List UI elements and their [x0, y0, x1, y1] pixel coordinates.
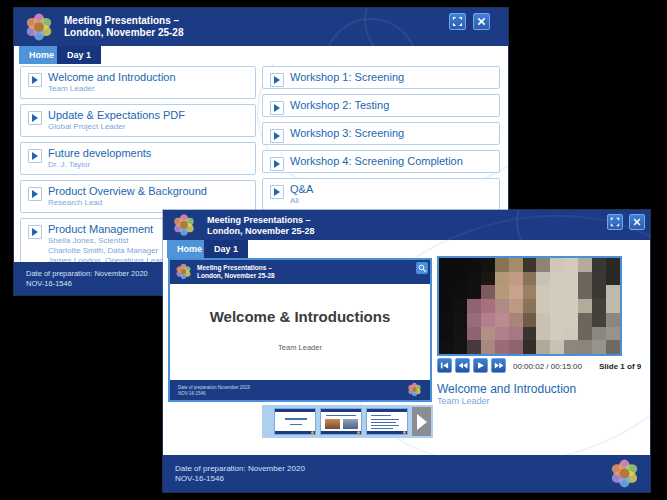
- slide-thumbnail-2[interactable]: [320, 408, 362, 435]
- video-pixel: [536, 258, 550, 272]
- thumbnail-strip: [262, 405, 433, 438]
- video-pixel: [578, 285, 592, 299]
- video-pixel: [550, 313, 564, 327]
- close-button[interactable]: [473, 13, 490, 30]
- video-pixel: [550, 327, 564, 341]
- tab-day1[interactable]: Day 1: [57, 46, 101, 64]
- video-pixel: [439, 327, 453, 341]
- current-item-subtitle: Team Leader: [437, 396, 576, 407]
- video-pixel: [523, 285, 537, 299]
- video-pixel: [481, 285, 495, 299]
- video-pixel: [509, 272, 523, 286]
- video-pixel: [564, 272, 578, 286]
- fullscreen-button[interactable]: [607, 214, 623, 230]
- video-pixel: [481, 299, 495, 313]
- play-icon: [270, 73, 284, 87]
- list-item[interactable]: Future developmentsDr. J. Taylor: [20, 142, 256, 175]
- next-thumbnails-button[interactable]: [412, 407, 431, 436]
- video-pixel: [467, 285, 481, 299]
- list-item[interactable]: Update & Expectations PDFGlobal Project …: [20, 104, 256, 137]
- video-pixel: [509, 299, 523, 313]
- list-item-subtitle: Research Lead: [48, 198, 251, 208]
- list-item-subtitle: Global Project Leader: [48, 122, 251, 132]
- desktop: Meeting Presentations – London, November…: [0, 0, 667, 500]
- video-pixel: [536, 340, 550, 354]
- video-pixel: [453, 299, 467, 313]
- list-item-title: Welcome and Introduction: [48, 71, 251, 84]
- slide-thumbnail-3[interactable]: [366, 408, 408, 435]
- list-item[interactable]: Workshop 4: Screening Completion: [262, 150, 500, 173]
- app-logo: [175, 263, 192, 280]
- list-item-title: Future developments: [48, 147, 251, 160]
- video-pixel: [453, 327, 467, 341]
- video-pixel: [481, 272, 495, 286]
- video-pixel: [536, 299, 550, 313]
- video-pixel: [606, 299, 620, 313]
- fullscreen-button[interactable]: [449, 13, 466, 30]
- list-item-title: Q&A: [290, 183, 495, 196]
- list-item[interactable]: Workshop 2: Testing: [262, 94, 500, 117]
- list-item-title: Workshop 2: Testing: [290, 99, 495, 112]
- fullscreen-icon: [452, 16, 463, 27]
- video-pixel: [467, 272, 481, 286]
- time-display: 00:00:02 / 00:15:00: [513, 362, 582, 371]
- video-pixel: [467, 327, 481, 341]
- slide-thumbnail-1[interactable]: [274, 408, 316, 435]
- forward-button[interactable]: [491, 358, 506, 373]
- list-item-subtitle: Dr. J. Taylor: [48, 160, 251, 170]
- list-item-title: Update & Expectations PDF: [48, 109, 251, 122]
- list-item[interactable]: Q&AAll: [262, 178, 500, 211]
- close-button[interactable]: [629, 214, 645, 230]
- magnifier-icon: [418, 264, 427, 273]
- video-pixel: [509, 285, 523, 299]
- play-icon: [476, 361, 485, 370]
- previous-slide-button[interactable]: [437, 358, 452, 373]
- video-pixel: [578, 327, 592, 341]
- player-window-footer: Date of preparation: November 2020 NOV-1…: [163, 455, 650, 492]
- app-logo: [407, 382, 422, 397]
- video-pixel: [481, 258, 495, 272]
- rewind-button[interactable]: [455, 358, 470, 373]
- play-icon: [28, 111, 42, 125]
- slide-title: Welcome & Introductions: [170, 308, 430, 325]
- video-pixel: [495, 327, 509, 341]
- close-icon: [476, 16, 487, 27]
- tab-day1[interactable]: Day 1: [204, 240, 248, 258]
- list-item[interactable]: Welcome and IntroductionTeam Leader: [20, 66, 256, 99]
- preparation-note: Date of preparation: November 2020 NOV-1…: [175, 464, 305, 484]
- zoom-slide-button[interactable]: [416, 262, 428, 274]
- video-pixel: [509, 327, 523, 341]
- speaker-video[interactable]: [437, 256, 622, 356]
- video-pixel: [578, 272, 592, 286]
- list-item-title: Product Overview & Background: [48, 185, 251, 198]
- list-item[interactable]: Workshop 3: Screening: [262, 122, 500, 145]
- video-pixel: [606, 285, 620, 299]
- player-body: Meeting Presentations – London, November…: [163, 258, 650, 455]
- list-item[interactable]: Workshop 1: Screening: [262, 66, 500, 89]
- slide-preparation-note: Date of preparation November 2019 NOV-16…: [178, 385, 250, 397]
- video-pixel: [453, 258, 467, 272]
- video-pixel: [467, 313, 481, 327]
- current-item-title: Welcome and Introduction: [437, 382, 576, 396]
- play-button[interactable]: [473, 358, 488, 373]
- slide-canvas[interactable]: Welcome & Introductions Team Leader: [170, 284, 430, 380]
- list-item[interactable]: Product Overview & BackgroundResearch Le…: [20, 180, 256, 213]
- video-pixel: [606, 313, 620, 327]
- video-pixel: [536, 272, 550, 286]
- video-pixel: [550, 340, 564, 354]
- video-pixel: [592, 340, 606, 354]
- video-pixel: [523, 299, 537, 313]
- video-pixel: [606, 272, 620, 286]
- video-pixel: [550, 285, 564, 299]
- video-pixel: [536, 285, 550, 299]
- video-pixel: [564, 313, 578, 327]
- video-pixel: [578, 299, 592, 313]
- slide-header: Meeting Presentations – London, November…: [170, 260, 430, 284]
- forward-icon: [494, 361, 504, 370]
- video-pixel: [564, 299, 578, 313]
- player-window-header: Meeting Presentations – London, November…: [163, 210, 650, 240]
- video-pixel: [523, 327, 537, 341]
- list-item-title: Workshop 1: Screening: [290, 71, 495, 84]
- video-pixel: [439, 299, 453, 313]
- app-logo: [609, 458, 640, 489]
